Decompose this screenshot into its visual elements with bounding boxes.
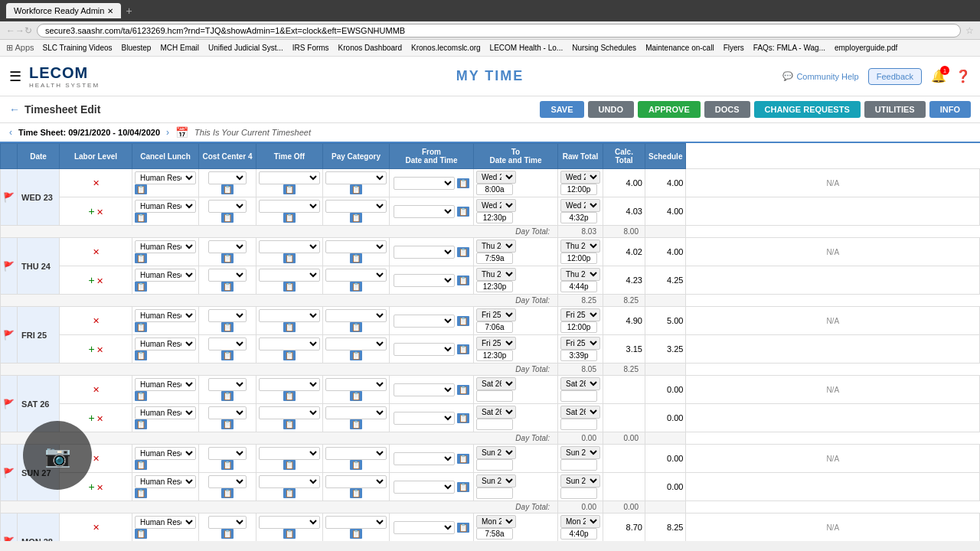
tab-close-btn[interactable]: ✕ xyxy=(107,7,113,15)
to-time-input[interactable] xyxy=(560,419,597,430)
labor-select[interactable]: Human Resour xyxy=(135,447,196,460)
delete-row-btn[interactable]: ✕ xyxy=(92,178,100,189)
to-time-input[interactable] xyxy=(560,390,597,402)
time-off-edit-btn[interactable]: 📋 xyxy=(350,419,362,429)
undo-button[interactable]: UNDO xyxy=(588,101,634,118)
to-time-input[interactable] xyxy=(560,487,597,499)
time-off-select[interactable] xyxy=(325,240,387,253)
cost-center-edit-btn[interactable]: 📋 xyxy=(283,460,296,470)
labor-select[interactable]: Human Resour xyxy=(135,475,196,488)
from-time-input[interactable] xyxy=(476,321,513,333)
bookmark-kronoslecom[interactable]: Kronos.lecomslc.org xyxy=(407,43,485,53)
pay-category-select[interactable] xyxy=(394,383,455,396)
back-button[interactable]: ← xyxy=(9,103,20,116)
forward-nav-btn[interactable]: → xyxy=(15,25,24,36)
cost-center-select[interactable] xyxy=(259,337,320,350)
cancel-lunch-edit-btn[interactable]: 📋 xyxy=(221,322,234,332)
add-row-btn[interactable]: + xyxy=(87,273,95,287)
to-time-input[interactable] xyxy=(560,321,597,333)
bookmark-ujc[interactable]: Unified Judicial Syst... xyxy=(204,43,287,53)
pay-category-select[interactable] xyxy=(394,315,455,328)
labor-select[interactable]: Human Resour xyxy=(135,269,196,282)
to-day-select[interactable]: Mon 28 xyxy=(560,515,600,528)
cancel-lunch-select[interactable] xyxy=(208,447,247,460)
pay-category-edit-btn[interactable]: 📋 xyxy=(457,207,469,217)
next-period-btn[interactable]: › xyxy=(166,127,169,138)
delete-row-btn[interactable]: ✕ xyxy=(96,413,104,425)
pay-category-edit-btn[interactable]: 📋 xyxy=(457,523,469,533)
time-off-select[interactable] xyxy=(325,269,387,282)
cost-center-select[interactable] xyxy=(259,269,320,282)
bookmark-bluestep[interactable]: Bluestep xyxy=(118,43,155,53)
row-flag-icon[interactable]: 🚩 xyxy=(3,399,15,409)
time-off-select[interactable] xyxy=(325,406,387,419)
add-row-btn[interactable]: + xyxy=(87,480,95,494)
cost-center-edit-btn[interactable]: 📋 xyxy=(283,391,296,401)
row-flag-icon[interactable]: 🚩 xyxy=(3,468,15,478)
from-time-input[interactable] xyxy=(476,419,513,430)
bookmark-faq[interactable]: FAQs: FMLA - Wag... xyxy=(750,43,829,53)
help-btn[interactable]: ❓ xyxy=(956,69,971,83)
time-off-select[interactable] xyxy=(325,516,387,529)
calendar-icon[interactable]: 📅 xyxy=(175,126,188,139)
cancel-lunch-edit-btn[interactable]: 📋 xyxy=(221,184,234,194)
cost-center-edit-btn[interactable]: 📋 xyxy=(283,419,296,429)
from-time-input[interactable] xyxy=(476,281,513,292)
time-off-select[interactable] xyxy=(325,200,387,213)
from-day-select[interactable]: Sun 27 xyxy=(476,474,516,487)
pay-category-select[interactable] xyxy=(394,521,455,534)
delete-row-btn[interactable]: ✕ xyxy=(96,207,104,218)
cancel-lunch-edit-btn[interactable]: 📋 xyxy=(221,213,234,223)
pay-category-select[interactable] xyxy=(394,274,455,287)
url-input[interactable] xyxy=(37,24,961,37)
from-day-select[interactable]: Wed 23 xyxy=(476,171,516,184)
labor-edit-btn[interactable]: 📋 xyxy=(135,350,147,360)
delete-row-btn[interactable]: ✕ xyxy=(92,315,100,327)
delete-row-btn[interactable]: ✕ xyxy=(96,344,104,356)
new-tab-btn[interactable]: + xyxy=(126,5,132,17)
cost-center-edit-btn[interactable]: 📋 xyxy=(283,350,296,360)
time-off-edit-btn[interactable]: 📋 xyxy=(350,350,362,360)
to-day-select[interactable]: Fri 25 xyxy=(560,337,600,350)
apps-bookmark[interactable]: ⊞ Apps xyxy=(3,42,38,54)
from-time-input[interactable] xyxy=(476,487,513,499)
time-off-select[interactable] xyxy=(325,337,387,350)
cost-center-select[interactable] xyxy=(259,240,320,253)
pay-category-edit-btn[interactable]: 📋 xyxy=(457,316,469,326)
to-time-input[interactable] xyxy=(560,528,597,540)
cancel-lunch-edit-btn[interactable]: 📋 xyxy=(221,488,234,498)
time-off-select[interactable] xyxy=(325,447,387,460)
cost-center-edit-btn[interactable]: 📋 xyxy=(283,213,296,223)
community-help-btn[interactable]: 💬 Community Help xyxy=(782,71,858,81)
from-day-select[interactable]: Thu 24 xyxy=(476,240,516,253)
to-time-input[interactable] xyxy=(560,184,597,195)
labor-edit-btn[interactable]: 📋 xyxy=(135,488,147,498)
delete-row-btn[interactable]: ✕ xyxy=(92,384,100,396)
pay-category-edit-btn[interactable]: 📋 xyxy=(457,276,469,285)
bookmark-mch[interactable]: MCH Email xyxy=(156,43,203,53)
labor-select[interactable]: Human Resour xyxy=(135,171,196,184)
time-off-edit-btn[interactable]: 📋 xyxy=(350,213,362,223)
cancel-lunch-select[interactable] xyxy=(208,269,247,282)
cancel-lunch-select[interactable] xyxy=(208,240,247,253)
to-time-input[interactable] xyxy=(560,212,597,223)
cancel-lunch-edit-btn[interactable]: 📋 xyxy=(221,529,234,539)
bookmark-irs[interactable]: IRS Forms xyxy=(289,43,333,53)
delete-row-btn[interactable]: ✕ xyxy=(92,453,100,465)
cancel-lunch-select[interactable] xyxy=(208,378,247,391)
from-day-select[interactable]: Sat 26 xyxy=(476,406,516,419)
cost-center-edit-btn[interactable]: 📋 xyxy=(283,529,296,539)
to-day-select[interactable]: Sun 27 xyxy=(560,446,600,459)
labor-edit-btn[interactable]: 📋 xyxy=(135,391,147,401)
labor-edit-btn[interactable]: 📋 xyxy=(135,419,147,429)
pay-category-select[interactable] xyxy=(394,412,455,425)
bookmark-lecomhealth[interactable]: LECOM Health - Lo... xyxy=(486,43,567,53)
to-day-select[interactable]: Fri 25 xyxy=(560,308,600,321)
labor-edit-btn[interactable]: 📋 xyxy=(135,322,147,332)
cancel-lunch-select[interactable] xyxy=(208,337,247,350)
utilities-button[interactable]: UTILITIES xyxy=(864,101,926,118)
bookmark-nursing[interactable]: Nursing Schedules xyxy=(568,43,640,53)
row-flag-icon[interactable]: 🚩 xyxy=(3,192,15,203)
cancel-lunch-select[interactable] xyxy=(208,406,247,419)
pay-category-edit-btn[interactable]: 📋 xyxy=(457,247,469,257)
